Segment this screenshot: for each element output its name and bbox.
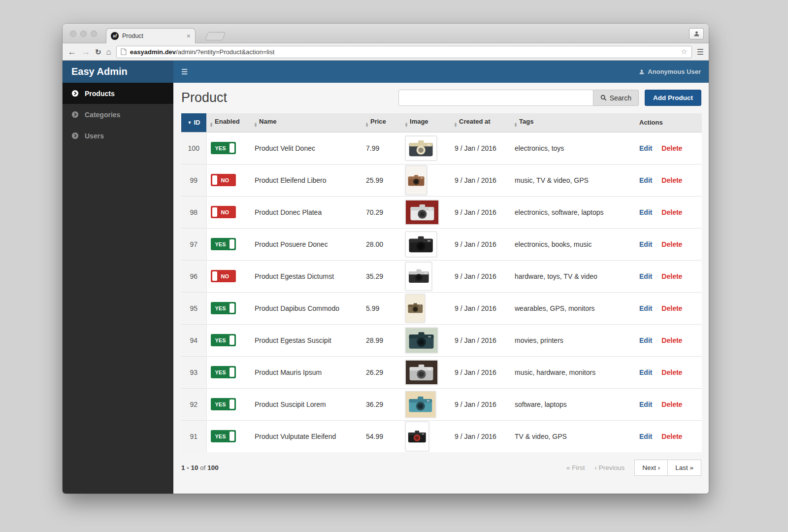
sidebar-item-users[interactable]: Users [63,125,173,146]
delete-link[interactable]: Delete [661,400,682,408]
pagination-first[interactable]: « First [566,464,585,471]
sidebar-toggle-icon[interactable]: ☰ [181,67,188,76]
edit-link[interactable]: Edit [639,336,652,344]
cell-price: 5.99 [362,292,401,324]
edit-link[interactable]: Edit [639,208,652,216]
window-close-button[interactable] [70,31,76,37]
enabled-toggle[interactable]: NO [211,206,236,218]
cell-price: 36.29 [362,388,401,420]
chevron-circle-right-icon [71,90,79,97]
browser-tab[interactable]: sf Product × [106,28,196,43]
delete-link[interactable]: Delete [661,304,682,312]
enabled-toggle[interactable]: NO [211,270,236,282]
delete-link[interactable]: Delete [661,208,682,216]
edit-link[interactable]: Edit [639,432,652,440]
edit-link[interactable]: Edit [639,272,652,280]
camera-icon [408,202,436,222]
camera-icon [408,264,430,288]
search-button[interactable]: Search [593,90,639,106]
enabled-toggle[interactable]: YES [211,238,236,250]
toggle-knob [230,335,234,345]
edit-link[interactable]: Edit [639,304,652,312]
cell-image [401,228,451,260]
delete-link[interactable]: Delete [661,368,682,376]
sidebar-item-products[interactable]: Products [63,83,173,104]
column-header-image[interactable]: ▴▾Image [401,113,451,132]
brand-logo[interactable]: Easy Admin [63,61,173,83]
cell-tags: software, laptops [511,388,635,420]
cell-price: 28.00 [362,228,401,260]
delete-link[interactable]: Delete [661,272,682,280]
enabled-toggle[interactable]: YES [211,366,236,378]
enabled-toggle[interactable]: YES [211,430,236,442]
tab-title: Product [122,33,183,39]
toggle-knob [230,239,234,249]
edit-link[interactable]: Edit [639,368,652,376]
delete-link[interactable]: Delete [661,432,682,440]
delete-link[interactable]: Delete [661,144,682,152]
edit-link[interactable]: Edit [639,240,652,248]
cell-enabled: YES [206,388,251,420]
search-input[interactable] [398,90,593,106]
camera-icon [408,393,433,415]
cell-actions: Edit Delete [635,356,702,388]
cell-image [401,420,451,452]
window-minimize-button[interactable] [80,31,87,37]
sort-icon: ▴▾ [255,122,257,127]
cell-id: 93 [181,356,206,388]
cell-created-at: 9 / Jan / 2016 [451,420,511,452]
table-row: 96 NO Product Egestas Dictumst 35.29 [181,260,702,292]
cell-created-at: 9 / Jan / 2016 [451,356,511,388]
cell-name: Product Dapibus Commodo [251,292,362,324]
bookmark-star-icon[interactable]: ☆ [681,47,687,56]
window-zoom-button[interactable] [91,31,97,37]
toggle-knob [212,271,217,281]
delete-link[interactable]: Delete [661,240,682,248]
back-icon[interactable]: ← [67,47,76,56]
tab-close-icon[interactable]: × [187,33,191,39]
delete-link[interactable]: Delete [661,176,682,184]
edit-link[interactable]: Edit [639,144,652,152]
search-icon [600,95,607,101]
column-header-created-at[interactable]: ▴▾Created at [451,113,511,132]
browser-menu-icon[interactable]: ☰ [697,47,704,57]
delete-link[interactable]: Delete [661,336,682,344]
camera-icon [408,233,434,255]
add-product-button[interactable]: Add Product [645,90,701,106]
column-header-tags[interactable]: ▴▾Tags [511,113,635,132]
pagination-next[interactable]: Next › [634,460,668,476]
column-header-price[interactable]: ▴▾Price [362,113,401,132]
home-icon[interactable]: ⌂ [106,48,111,56]
enabled-toggle[interactable]: YES [211,302,236,314]
cell-price: 26.29 [362,356,401,388]
app-body: Products Categories Users [63,83,709,494]
app-navbar: ☰ Anonymous User [173,61,709,83]
column-header-id[interactable]: ▼ID [181,113,206,132]
enabled-toggle[interactable]: YES [211,142,236,154]
edit-link[interactable]: Edit [639,400,652,408]
new-tab-button[interactable] [205,32,226,40]
enabled-toggle[interactable]: YES [211,334,236,346]
enabled-toggle[interactable]: NO [211,174,236,186]
product-image [405,166,427,195]
toggle-label: NO [221,177,230,183]
enabled-toggle[interactable]: YES [211,398,236,410]
cell-image [401,164,451,196]
url-bar[interactable]: easyadmin.dev/admin/?entity=Product&acti… [116,46,692,58]
cell-enabled: YES [206,324,251,356]
cell-enabled: YES [206,420,251,452]
sidebar-item-categories[interactable]: Categories [63,104,173,125]
easyadmin-app: Easy Admin ☰ Anonymous User Products [63,61,709,494]
column-header-enabled[interactable]: ▴▾Enabled [206,113,251,132]
forward-icon[interactable]: → [81,47,90,56]
edit-link[interactable]: Edit [639,176,652,184]
reload-icon[interactable]: ↻ [95,48,101,56]
browser-profile-button[interactable] [689,28,704,39]
pagination-previous[interactable]: ‹ Previous [594,464,624,471]
toggle-label: NO [221,209,230,215]
user-menu[interactable]: Anonymous User [639,68,701,75]
pagination-last[interactable]: Last » [667,460,701,476]
cell-created-at: 9 / Jan / 2016 [451,196,511,228]
cell-name: Product Suscipit Lorem [251,388,362,420]
column-header-name[interactable]: ▴▾Name [251,113,362,132]
